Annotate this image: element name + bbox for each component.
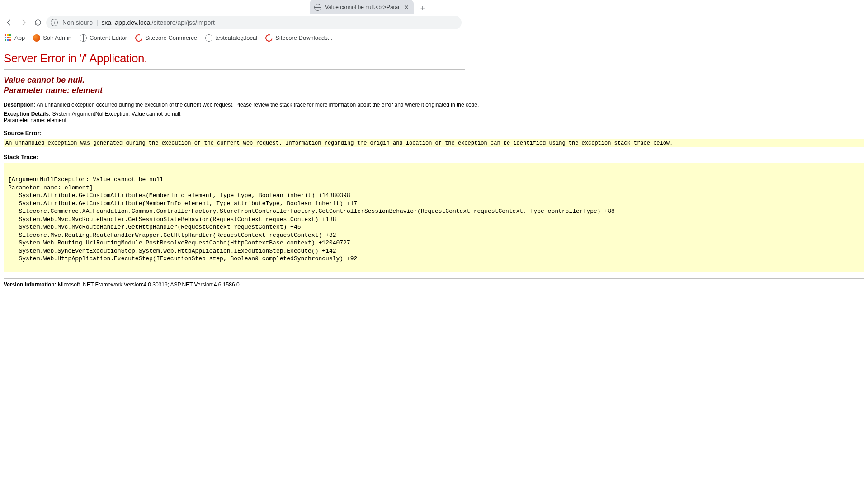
bookmarks-bar: App Solr Admin Content Editor Sitecore C… xyxy=(0,31,464,45)
stack-trace-label: Stack Trace: xyxy=(4,154,864,160)
exception-param: Parameter name: element xyxy=(4,117,66,123)
description-label: Description: xyxy=(4,102,35,108)
apps-icon xyxy=(5,34,12,42)
info-icon: i xyxy=(51,19,58,26)
tab-title: Value cannot be null.<br>Parame xyxy=(325,4,400,10)
exception-label: Exception Details: xyxy=(4,111,51,117)
tab-strip: Value cannot be null.<br>Parame ✕ + xyxy=(0,0,464,14)
exception-text: System.ArgumentNullException: Value cann… xyxy=(52,111,182,117)
address-bar[interactable]: i Non sicuro | sxa_app.dev.local/sitecor… xyxy=(46,16,462,29)
solr-icon xyxy=(33,34,40,42)
server-error-title: Server Error in '/' Application. xyxy=(4,52,864,66)
bookmark-apps[interactable]: App xyxy=(5,34,25,42)
bookmark-solr[interactable]: Solr Admin xyxy=(33,34,71,42)
stack-trace-box: [ArgumentNullException: Value cannot be … xyxy=(4,163,864,272)
sitecore-icon xyxy=(264,33,274,43)
sitecore-icon xyxy=(134,33,144,43)
bookmark-label: App xyxy=(14,34,25,41)
source-error-label: Source Error: xyxy=(4,130,864,136)
description-text: An unhandled exception occurred during t… xyxy=(37,102,479,108)
bookmark-label: Solr Admin xyxy=(43,34,71,41)
back-button[interactable] xyxy=(3,16,15,29)
url-host: sxa_app.dev.local xyxy=(102,19,152,26)
active-tab[interactable]: Value cannot be null.<br>Parame ✕ xyxy=(310,0,414,14)
bookmark-label: Sitecore Downloads... xyxy=(275,34,332,41)
source-error-box: An unhandled exception was generated dur… xyxy=(4,139,864,147)
page-content: Server Error in '/' Application. Value c… xyxy=(0,45,868,294)
globe-icon xyxy=(314,4,321,11)
divider xyxy=(4,278,864,279)
error-message-line2: Parameter name: element xyxy=(4,86,103,95)
bookmark-testcatalog[interactable]: testcatalog.local xyxy=(205,34,257,42)
description-line: Description: An unhandled exception occu… xyxy=(4,102,864,108)
close-icon[interactable]: ✕ xyxy=(403,4,410,11)
browser-chrome: Value cannot be null.<br>Parame ✕ + i No… xyxy=(0,0,464,45)
bookmark-content-editor[interactable]: Content Editor xyxy=(80,34,127,42)
bookmark-label: Sitecore Commerce xyxy=(145,34,197,41)
bookmark-sitecore-commerce[interactable]: Sitecore Commerce xyxy=(135,34,197,42)
new-tab-button[interactable]: + xyxy=(416,2,429,14)
non-secure-label: Non sicuro xyxy=(62,19,93,26)
error-message: Value cannot be null. Parameter name: el… xyxy=(4,75,864,95)
url-path: /sitecore/api/jss/import xyxy=(152,19,215,26)
error-message-line1: Value cannot be null. xyxy=(4,75,85,84)
forward-button[interactable] xyxy=(17,16,30,29)
bookmark-label: testcatalog.local xyxy=(215,34,257,41)
globe-icon xyxy=(205,34,212,42)
version-line: Version Information: Microsoft .NET Fram… xyxy=(4,282,864,288)
version-label: Version Information: xyxy=(4,282,57,288)
globe-icon xyxy=(80,34,87,42)
divider xyxy=(4,69,465,70)
version-text: Microsoft .NET Framework Version:4.0.303… xyxy=(58,282,240,288)
exception-details-line: Exception Details: System.ArgumentNullEx… xyxy=(4,111,864,123)
bookmark-sitecore-downloads[interactable]: Sitecore Downloads... xyxy=(265,34,332,42)
reload-button[interactable] xyxy=(32,16,44,29)
bookmark-label: Content Editor xyxy=(90,34,127,41)
toolbar: i Non sicuro | sxa_app.dev.local/sitecor… xyxy=(0,14,464,31)
